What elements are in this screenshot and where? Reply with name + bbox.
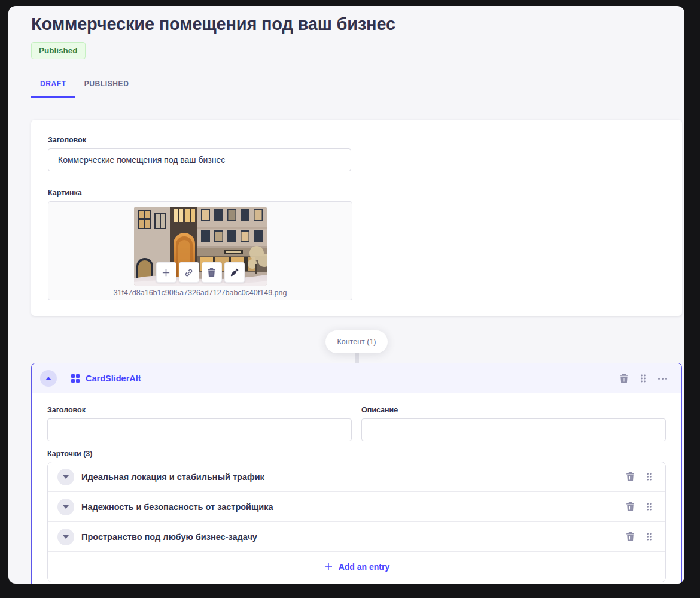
component-panel-body: Заголовок Описание Карточки (3) Идеа xyxy=(32,393,681,582)
expand-card-1-button[interactable] xyxy=(57,469,74,485)
trash-icon xyxy=(620,374,628,383)
card-row-3[interactable]: Пространство под любую бизнес-задачу xyxy=(48,522,665,552)
delete-card-3-button[interactable] xyxy=(625,531,635,542)
chevron-down-icon xyxy=(63,505,69,509)
card-row-1[interactable]: Идеальная локация и стабильный трафик xyxy=(48,462,665,492)
tab-draft[interactable]: DRAFT xyxy=(31,77,75,98)
copy-link-button[interactable] xyxy=(179,262,199,283)
media-preview-box: 31f47d8a16b1c90f5a7326ad7127babc0c40f149… xyxy=(48,201,352,300)
card-3-drag-handle[interactable] xyxy=(645,531,653,542)
edit-media-button[interactable] xyxy=(224,262,245,283)
trash-icon xyxy=(208,268,215,277)
title-field-label: Заголовок xyxy=(48,136,86,144)
card-2-drag-handle[interactable] xyxy=(645,501,653,512)
tab-published[interactable]: PUBLISHED xyxy=(75,77,138,98)
add-media-button[interactable] xyxy=(156,262,176,283)
caret-up-icon xyxy=(45,377,51,380)
add-entry-button[interactable]: Add an entry xyxy=(48,552,665,582)
card-1-drag-handle[interactable] xyxy=(645,471,653,482)
card-row-2[interactable]: Надежность и безопасность от застройщика xyxy=(48,492,665,522)
component-title-field-label: Заголовок xyxy=(47,406,86,414)
expand-card-3-button[interactable] xyxy=(57,529,74,545)
title-input[interactable] xyxy=(48,148,351,171)
card-title: Надежность и безопасность от застройщика xyxy=(81,502,625,512)
delete-media-button[interactable] xyxy=(202,262,222,283)
status-badge: Published xyxy=(31,42,86,59)
component-drag-handle[interactable] xyxy=(639,372,647,384)
plus-icon xyxy=(324,562,333,572)
component-title-input[interactable] xyxy=(47,418,352,441)
ellipsis-icon xyxy=(658,378,667,380)
draft-published-tabs: DRAFT PUBLISHED xyxy=(31,77,682,98)
component-title: CardSliderAlt xyxy=(86,374,141,383)
drag-handle-icon xyxy=(646,532,652,541)
entry-form-card: Заголовок Картинка xyxy=(31,120,682,316)
more-options-button[interactable] xyxy=(657,377,668,381)
cards-accordion: Идеальная локация и стабильный трафик xyxy=(47,462,666,582)
component-description-input[interactable] xyxy=(361,418,666,441)
media-actions-toolbar xyxy=(156,262,245,283)
component-grid-icon xyxy=(71,374,80,383)
link-icon xyxy=(184,268,193,277)
component-description-field-label: Описание xyxy=(361,406,398,414)
add-entry-label: Add an entry xyxy=(339,562,390,572)
app-window: Коммерческие помещения под ваш бизнес Pu… xyxy=(8,6,684,584)
content-group-pill[interactable]: Контент (1) xyxy=(325,330,387,353)
expand-card-2-button[interactable] xyxy=(57,499,74,515)
connector-line xyxy=(355,353,359,363)
component-panel-header: CardSliderAlt xyxy=(32,363,681,393)
trash-icon xyxy=(626,502,634,511)
card-title: Пространство под любую бизнес-задачу xyxy=(81,532,625,542)
collapse-component-button[interactable] xyxy=(40,370,57,387)
trash-icon xyxy=(626,472,634,481)
media-thumbnail xyxy=(134,207,267,286)
delete-component-button[interactable] xyxy=(619,372,629,384)
trash-icon xyxy=(626,532,634,541)
chevron-down-icon xyxy=(63,535,69,539)
drag-handle-icon xyxy=(640,374,646,383)
drag-handle-icon xyxy=(646,502,652,511)
image-field-label: Картинка xyxy=(48,189,82,197)
delete-card-2-button[interactable] xyxy=(625,501,635,512)
card-title: Идеальная локация и стабильный трафик xyxy=(81,472,625,482)
cards-repeatable-label: Карточки (3) xyxy=(47,450,666,458)
drag-handle-icon xyxy=(646,472,652,481)
delete-card-1-button[interactable] xyxy=(625,471,635,482)
page-title: Коммерческие помещения под ваш бизнес xyxy=(31,14,682,34)
plus-icon xyxy=(162,268,171,277)
component-panel-cardslideralt: CardSliderAlt xyxy=(31,363,682,584)
chevron-down-icon xyxy=(63,475,69,479)
pencil-icon xyxy=(230,268,239,277)
media-filename: 31f47d8a16b1c90f5a7326ad7127babc0c40f149… xyxy=(48,289,352,297)
